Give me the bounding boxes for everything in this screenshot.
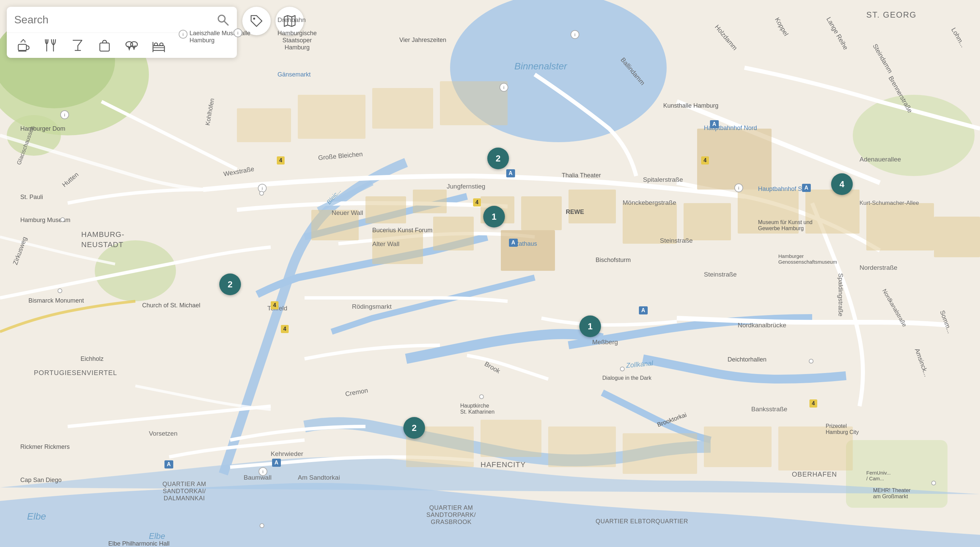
svg-rect-25 [298, 95, 366, 139]
accommodation-icon [151, 38, 166, 53]
cluster-count: 4 [840, 179, 844, 190]
map-tools [242, 7, 304, 35]
filter-shopping[interactable] [97, 38, 112, 53]
coffee-icon [16, 38, 30, 53]
cluster-marker-1a[interactable]: 1 [483, 206, 505, 228]
svg-rect-9 [413, 190, 447, 213]
svg-rect-26 [372, 88, 433, 129]
tag-icon [250, 14, 263, 28]
map-view-button[interactable] [275, 7, 304, 35]
map-background [0, 0, 980, 547]
map-container[interactable]: 1 2 2 2 4 1 ST. GEORG HAMBURG- NEUSTADT … [0, 0, 980, 547]
cluster-count: 2 [412, 423, 417, 433]
entertainment-icon [124, 38, 139, 53]
svg-rect-29 [480, 420, 541, 457]
svg-rect-36 [18, 44, 26, 50]
svg-rect-19 [805, 190, 859, 234]
svg-point-5 [853, 95, 975, 176]
filter-accommodation[interactable] [151, 38, 166, 53]
svg-rect-22 [501, 230, 555, 271]
svg-rect-14 [521, 196, 562, 230]
filter-icons-bar [7, 33, 237, 58]
svg-rect-11 [372, 230, 423, 264]
svg-rect-10 [311, 210, 359, 240]
map-view-icon [283, 14, 296, 28]
search-input[interactable] [14, 14, 211, 26]
svg-rect-24 [237, 108, 291, 142]
svg-rect-21 [934, 217, 980, 257]
filter-coffee[interactable] [16, 38, 30, 53]
svg-point-51 [253, 18, 255, 20]
svg-rect-12 [433, 217, 474, 250]
svg-rect-45 [153, 48, 164, 50]
svg-rect-8 [366, 196, 406, 223]
cluster-marker-2b[interactable]: 2 [219, 273, 241, 295]
svg-rect-33 [778, 426, 853, 470]
search-icon [216, 13, 229, 26]
filter-entertainment[interactable] [124, 38, 139, 53]
search-bar[interactable] [7, 7, 237, 33]
drinks-icon [70, 38, 84, 53]
svg-rect-16 [623, 203, 677, 244]
svg-rect-15 [568, 190, 616, 223]
svg-rect-49 [160, 43, 163, 46]
svg-rect-32 [704, 426, 772, 467]
cluster-count: 1 [492, 212, 496, 222]
tag-tool-button[interactable] [242, 7, 271, 35]
dining-icon [43, 38, 57, 53]
svg-rect-18 [738, 190, 799, 234]
svg-rect-27 [440, 81, 508, 125]
cluster-marker-1b[interactable]: 1 [579, 316, 601, 337]
svg-rect-23 [697, 129, 772, 190]
filter-dining[interactable] [43, 38, 57, 53]
svg-rect-6 [846, 440, 948, 508]
svg-rect-17 [684, 203, 731, 240]
cluster-marker-2a[interactable]: 2 [487, 148, 509, 169]
filter-drinks[interactable] [70, 38, 84, 53]
svg-rect-30 [548, 426, 616, 467]
search-panel[interactable] [7, 7, 237, 58]
cluster-count: 1 [588, 321, 593, 332]
svg-rect-20 [866, 203, 934, 250]
cluster-marker-4[interactable]: 4 [831, 173, 853, 195]
svg-rect-41 [100, 43, 109, 51]
svg-rect-48 [154, 43, 158, 46]
cluster-count: 2 [496, 153, 501, 164]
shopping-icon [97, 38, 112, 53]
cluster-count: 2 [228, 279, 232, 290]
search-button[interactable] [216, 13, 229, 26]
svg-line-35 [224, 21, 228, 25]
svg-rect-31 [623, 433, 697, 474]
cluster-marker-2c[interactable]: 2 [403, 417, 425, 439]
